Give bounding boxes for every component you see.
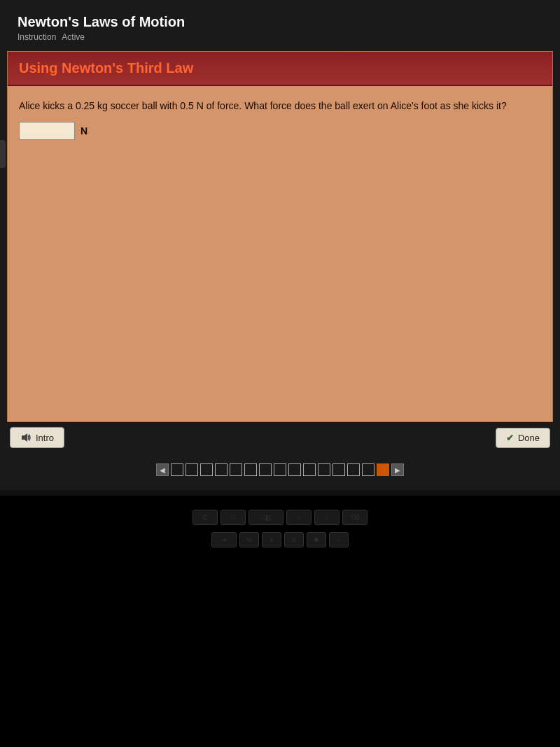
svg-marker-0	[22, 433, 27, 442]
page-square-12[interactable]	[347, 463, 360, 476]
page-next-button[interactable]: ▶	[391, 463, 404, 476]
breadcrumb-active: Active	[62, 32, 85, 42]
key-8[interactable]: 8	[284, 532, 304, 547]
app-title: Newton's Laws of Motion	[18, 14, 542, 30]
unit-label: N	[80, 125, 88, 137]
page-square-9[interactable]	[303, 463, 316, 476]
page-prev-button[interactable]: ◀	[156, 463, 169, 476]
section-header: Using Newton's Third Law	[8, 52, 552, 86]
done-label: Done	[518, 433, 540, 443]
intro-button[interactable]: Intro	[10, 427, 64, 448]
key-percent[interactable]: %	[239, 532, 259, 547]
page-square-2[interactable]	[200, 463, 213, 476]
key-bars[interactable]: □|||	[248, 510, 284, 525]
page-square-4[interactable]	[230, 463, 242, 476]
key-backspace[interactable]: ⌫	[342, 510, 368, 525]
screen: Newton's Laws of Motion Instruction Acti…	[0, 0, 560, 490]
page-square-10[interactable]	[318, 463, 330, 476]
keyboard-row-2: ⇥ % ∧ 8 ✱ ←	[211, 532, 349, 547]
answer-input[interactable]	[19, 122, 75, 140]
key-square[interactable]: □	[220, 510, 246, 525]
left-tab	[0, 140, 6, 168]
page-square-5[interactable]	[244, 463, 257, 476]
key-c[interactable]: C	[192, 510, 218, 525]
page-square-8[interactable]	[288, 463, 301, 476]
page-square-13[interactable]	[362, 463, 374, 476]
laptop-bottom: C □ □||| ○ ○ ⌫ ⇥ % ∧ 8 ✱ ←	[0, 490, 560, 747]
intro-label: Intro	[36, 433, 54, 443]
bottom-toolbar: Intro ✔ Done	[7, 427, 553, 448]
speaker-icon	[20, 432, 31, 443]
key-circle2[interactable]: ○	[314, 510, 340, 525]
key-caret[interactable]: ∧	[262, 532, 281, 547]
key-arrow[interactable]: ←	[329, 532, 349, 547]
page-square-14[interactable]	[377, 463, 389, 476]
keyboard-area: C □ □||| ○ ○ ⌫ ⇥ % ∧ 8 ✱ ←	[7, 510, 553, 650]
key-tab[interactable]: ⇥	[211, 532, 237, 547]
key-circle1[interactable]: ○	[286, 510, 312, 525]
title-bar: Newton's Laws of Motion Instruction Acti…	[0, 0, 560, 46]
section-title: Using Newton's Third Law	[19, 60, 193, 76]
page-square-7[interactable]	[274, 463, 286, 476]
question-area: Alice kicks a 0.25 kg soccer ball with 0…	[8, 86, 552, 147]
done-button[interactable]: ✔ Done	[496, 428, 550, 448]
page-square-1[interactable]	[186, 463, 198, 476]
page-square-0[interactable]	[171, 463, 183, 476]
check-icon: ✔	[506, 433, 514, 443]
key-star[interactable]: ✱	[307, 532, 326, 547]
question-text: Alice kicks a 0.25 kg soccer ball with 0…	[19, 99, 541, 113]
laptop-hinge	[0, 490, 560, 496]
pagination-bar: ◀ ▶	[0, 463, 560, 476]
page-square-3[interactable]	[215, 463, 227, 476]
content-area: Using Newton's Third Law Alice kicks a 0…	[7, 51, 553, 422]
breadcrumb-instruction: Instruction	[18, 32, 56, 42]
answer-row: N	[19, 122, 541, 140]
breadcrumb: Instruction Active	[18, 32, 542, 42]
page-square-6[interactable]	[259, 463, 272, 476]
page-squares	[171, 463, 389, 476]
page-square-11[interactable]	[332, 463, 345, 476]
keyboard-row-1: C □ □||| ○ ○ ⌫	[192, 510, 368, 525]
